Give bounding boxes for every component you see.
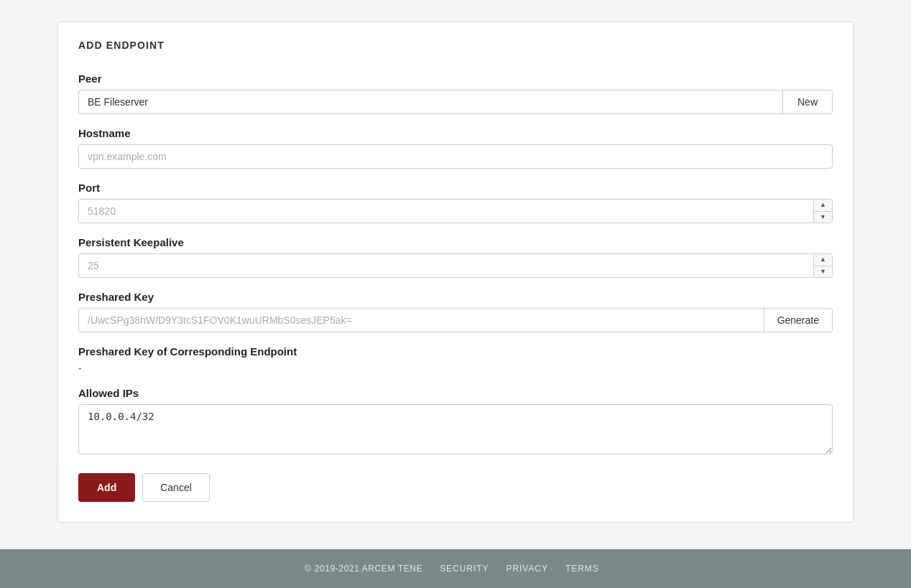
port-input[interactable] bbox=[78, 199, 813, 223]
card-title: ADD ENDPOINT bbox=[78, 39, 833, 58]
peer-input[interactable] bbox=[78, 90, 782, 114]
add-button[interactable]: Add bbox=[78, 473, 135, 502]
cancel-button[interactable]: Cancel bbox=[142, 473, 210, 502]
footer-copyright: © 2019-2021 ARCEM TENE bbox=[305, 564, 422, 574]
footer: © 2019-2021 ARCEM TENE SECURITY PRIVACY … bbox=[0, 549, 911, 588]
allowed-ips-textarea[interactable]: 10.0.0.4/32 bbox=[78, 404, 833, 454]
preshared-key-input[interactable] bbox=[78, 308, 764, 332]
keepalive-label: Persistent Keepalive bbox=[78, 236, 833, 248]
port-up-button[interactable]: ▲ bbox=[814, 200, 832, 212]
privacy-link[interactable]: PRIVACY bbox=[506, 564, 548, 574]
allowed-ips-label: Allowed IPs bbox=[78, 387, 833, 399]
port-label: Port bbox=[78, 182, 833, 194]
keepalive-spinner: ▲ ▼ bbox=[78, 253, 833, 278]
corresponding-key-value: - bbox=[78, 363, 833, 374]
terms-link[interactable]: TERMS bbox=[565, 564, 599, 574]
generate-button[interactable]: Generate bbox=[764, 308, 833, 332]
corresponding-key-group: Preshared Key of Corresponding Endpoint … bbox=[78, 345, 833, 374]
keepalive-down-button[interactable]: ▼ bbox=[814, 266, 832, 278]
keepalive-group: Persistent Keepalive ▲ ▼ bbox=[78, 236, 833, 278]
button-row: Add Cancel bbox=[78, 473, 833, 502]
preshared-key-row: Generate bbox=[78, 308, 833, 332]
allowed-ips-group: Allowed IPs 10.0.0.4/32 bbox=[78, 387, 833, 457]
port-spinner: ▲ ▼ bbox=[78, 199, 833, 223]
preshared-key-group: Preshared Key Generate bbox=[78, 291, 833, 332]
port-group: Port ▲ ▼ bbox=[78, 182, 833, 223]
keepalive-arrows: ▲ ▼ bbox=[813, 253, 833, 278]
peer-label: Peer bbox=[78, 73, 833, 85]
corresponding-key-label: Preshared Key of Corresponding Endpoint bbox=[78, 345, 833, 358]
hostname-input[interactable] bbox=[78, 144, 833, 169]
footer-links: SECURITY PRIVACY TERMS bbox=[433, 564, 606, 574]
peer-group: Peer New bbox=[78, 73, 833, 114]
hostname-group: Hostname bbox=[78, 127, 833, 169]
hostname-label: Hostname bbox=[78, 127, 833, 139]
keepalive-input[interactable] bbox=[78, 253, 813, 278]
port-arrows: ▲ ▼ bbox=[813, 199, 833, 223]
preshared-key-label: Preshared Key bbox=[78, 291, 833, 303]
peer-new-button[interactable]: New bbox=[782, 90, 833, 114]
add-endpoint-card: ADD ENDPOINT Peer New Hostname Port ▲ ▼ bbox=[57, 22, 854, 523]
peer-row: New bbox=[78, 90, 833, 114]
port-down-button[interactable]: ▼ bbox=[814, 212, 832, 223]
keepalive-up-button[interactable]: ▲ bbox=[814, 254, 832, 266]
security-link[interactable]: SECURITY bbox=[440, 564, 489, 574]
